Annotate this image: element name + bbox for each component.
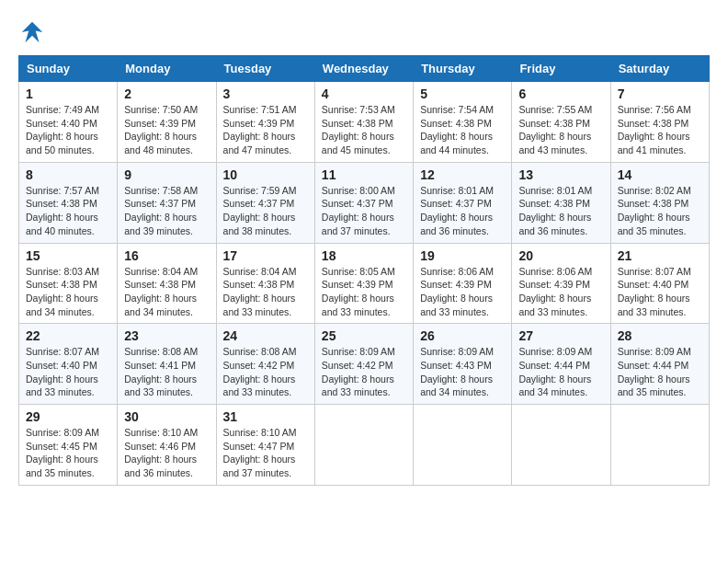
calendar-cell: 15 Sunrise: 8:03 AM Sunset: 4:38 PM Dayl… <box>19 243 118 324</box>
calendar-cell <box>512 405 610 486</box>
calendar-cell: 5 Sunrise: 7:54 AM Sunset: 4:38 PM Dayli… <box>414 82 512 163</box>
calendar-cell: 31 Sunrise: 8:10 AM Sunset: 4:47 PM Dayl… <box>216 405 314 486</box>
day-number: 15 <box>26 248 110 263</box>
day-number: 24 <box>223 328 308 343</box>
day-info: Sunrise: 8:03 AM Sunset: 4:38 PM Dayligh… <box>26 265 110 319</box>
day-info: Sunrise: 8:01 AM Sunset: 4:38 PM Dayligh… <box>518 184 603 238</box>
day-number: 27 <box>518 328 603 343</box>
day-number: 28 <box>618 328 702 343</box>
day-number: 6 <box>518 86 603 101</box>
day-number: 12 <box>420 167 505 182</box>
day-number: 18 <box>322 248 406 263</box>
day-number: 10 <box>223 167 308 182</box>
day-number: 13 <box>518 167 603 182</box>
day-info: Sunrise: 8:08 AM Sunset: 4:41 PM Dayligh… <box>124 345 209 399</box>
day-number: 23 <box>124 328 209 343</box>
calendar-cell: 13 Sunrise: 8:01 AM Sunset: 4:38 PM Dayl… <box>512 162 610 243</box>
calendar-cell <box>414 405 512 486</box>
day-info: Sunrise: 7:56 AM Sunset: 4:38 PM Dayligh… <box>618 103 702 157</box>
calendar-cell: 17 Sunrise: 8:04 AM Sunset: 4:38 PM Dayl… <box>216 243 314 324</box>
calendar-week-2: 8 Sunrise: 7:57 AM Sunset: 4:38 PM Dayli… <box>19 162 710 243</box>
calendar-cell: 27 Sunrise: 8:09 AM Sunset: 4:44 PM Dayl… <box>512 324 610 405</box>
day-info: Sunrise: 7:51 AM Sunset: 4:39 PM Dayligh… <box>223 103 308 157</box>
calendar-cell: 6 Sunrise: 7:55 AM Sunset: 4:38 PM Dayli… <box>512 82 610 163</box>
weekday-header-tuesday: Tuesday <box>216 56 314 82</box>
day-info: Sunrise: 7:54 AM Sunset: 4:38 PM Dayligh… <box>420 103 505 157</box>
calendar-cell: 14 Sunrise: 8:02 AM Sunset: 4:38 PM Dayl… <box>610 162 709 243</box>
day-info: Sunrise: 8:09 AM Sunset: 4:42 PM Dayligh… <box>322 345 406 399</box>
day-info: Sunrise: 8:09 AM Sunset: 4:43 PM Dayligh… <box>420 345 505 399</box>
calendar-cell: 3 Sunrise: 7:51 AM Sunset: 4:39 PM Dayli… <box>216 82 314 163</box>
day-number: 29 <box>26 409 110 424</box>
day-info: Sunrise: 8:04 AM Sunset: 4:38 PM Dayligh… <box>223 265 308 319</box>
day-number: 31 <box>223 409 308 424</box>
day-number: 26 <box>420 328 505 343</box>
day-number: 21 <box>618 248 702 263</box>
calendar-cell: 1 Sunrise: 7:49 AM Sunset: 4:40 PM Dayli… <box>19 82 118 163</box>
day-info: Sunrise: 8:09 AM Sunset: 4:44 PM Dayligh… <box>618 345 702 399</box>
day-info: Sunrise: 8:00 AM Sunset: 4:37 PM Dayligh… <box>322 184 406 238</box>
calendar-cell: 29 Sunrise: 8:09 AM Sunset: 4:45 PM Dayl… <box>19 405 118 486</box>
day-number: 2 <box>124 86 209 101</box>
day-number: 22 <box>26 328 110 343</box>
calendar-cell: 21 Sunrise: 8:07 AM Sunset: 4:40 PM Dayl… <box>610 243 709 324</box>
day-number: 5 <box>420 86 505 101</box>
day-number: 17 <box>223 248 308 263</box>
day-number: 7 <box>618 86 702 101</box>
day-info: Sunrise: 8:07 AM Sunset: 4:40 PM Dayligh… <box>618 265 702 319</box>
calendar-cell <box>610 405 709 486</box>
calendar-cell: 24 Sunrise: 8:08 AM Sunset: 4:42 PM Dayl… <box>216 324 314 405</box>
weekday-header-friday: Friday <box>512 56 610 82</box>
day-number: 11 <box>322 167 406 182</box>
calendar-cell: 9 Sunrise: 7:58 AM Sunset: 4:37 PM Dayli… <box>118 162 216 243</box>
day-info: Sunrise: 7:59 AM Sunset: 4:37 PM Dayligh… <box>223 184 308 238</box>
calendar-cell: 7 Sunrise: 7:56 AM Sunset: 4:38 PM Dayli… <box>610 82 709 163</box>
day-number: 3 <box>223 86 308 101</box>
day-info: Sunrise: 8:09 AM Sunset: 4:44 PM Dayligh… <box>518 345 603 399</box>
day-info: Sunrise: 8:06 AM Sunset: 4:39 PM Dayligh… <box>420 265 505 319</box>
calendar-cell: 30 Sunrise: 8:10 AM Sunset: 4:46 PM Dayl… <box>118 405 216 486</box>
day-info: Sunrise: 8:10 AM Sunset: 4:47 PM Dayligh… <box>223 426 308 480</box>
day-info: Sunrise: 8:06 AM Sunset: 4:39 PM Dayligh… <box>518 265 603 319</box>
calendar-week-1: 1 Sunrise: 7:49 AM Sunset: 4:40 PM Dayli… <box>19 82 710 163</box>
calendar-cell: 19 Sunrise: 8:06 AM Sunset: 4:39 PM Dayl… <box>414 243 512 324</box>
day-number: 4 <box>322 86 406 101</box>
weekday-header-wednesday: Wednesday <box>314 56 413 82</box>
day-info: Sunrise: 8:02 AM Sunset: 4:38 PM Dayligh… <box>618 184 702 238</box>
day-info: Sunrise: 7:50 AM Sunset: 4:39 PM Dayligh… <box>124 103 209 157</box>
day-number: 14 <box>618 167 702 182</box>
weekday-header-saturday: Saturday <box>610 56 709 82</box>
calendar-week-4: 22 Sunrise: 8:07 AM Sunset: 4:40 PM Dayl… <box>19 324 710 405</box>
day-info: Sunrise: 7:49 AM Sunset: 4:40 PM Dayligh… <box>26 103 110 157</box>
day-number: 8 <box>26 167 110 182</box>
page-header <box>18 18 710 46</box>
calendar-cell: 12 Sunrise: 8:01 AM Sunset: 4:37 PM Dayl… <box>414 162 512 243</box>
logo-icon <box>18 18 46 46</box>
day-number: 19 <box>420 248 505 263</box>
logo <box>18 18 50 46</box>
calendar-table: SundayMondayTuesdayWednesdayThursdayFrid… <box>18 55 710 486</box>
calendar-cell: 4 Sunrise: 7:53 AM Sunset: 4:38 PM Dayli… <box>314 82 413 163</box>
calendar-cell: 20 Sunrise: 8:06 AM Sunset: 4:39 PM Dayl… <box>512 243 610 324</box>
day-info: Sunrise: 7:55 AM Sunset: 4:38 PM Dayligh… <box>518 103 603 157</box>
calendar-cell: 11 Sunrise: 8:00 AM Sunset: 4:37 PM Dayl… <box>314 162 413 243</box>
calendar-cell <box>314 405 413 486</box>
day-info: Sunrise: 8:05 AM Sunset: 4:39 PM Dayligh… <box>322 265 406 319</box>
calendar-cell: 26 Sunrise: 8:09 AM Sunset: 4:43 PM Dayl… <box>414 324 512 405</box>
day-number: 25 <box>322 328 406 343</box>
day-number: 20 <box>518 248 603 263</box>
day-number: 16 <box>124 248 209 263</box>
calendar-header-row: SundayMondayTuesdayWednesdayThursdayFrid… <box>19 56 710 82</box>
calendar-cell: 28 Sunrise: 8:09 AM Sunset: 4:44 PM Dayl… <box>610 324 709 405</box>
day-number: 9 <box>124 167 209 182</box>
day-info: Sunrise: 7:53 AM Sunset: 4:38 PM Dayligh… <box>322 103 406 157</box>
weekday-header-thursday: Thursday <box>414 56 512 82</box>
day-info: Sunrise: 8:09 AM Sunset: 4:45 PM Dayligh… <box>26 426 110 480</box>
day-number: 30 <box>124 409 209 424</box>
calendar-cell: 10 Sunrise: 7:59 AM Sunset: 4:37 PM Dayl… <box>216 162 314 243</box>
day-info: Sunrise: 7:58 AM Sunset: 4:37 PM Dayligh… <box>124 184 209 238</box>
calendar-cell: 23 Sunrise: 8:08 AM Sunset: 4:41 PM Dayl… <box>118 324 216 405</box>
svg-marker-0 <box>22 22 43 43</box>
day-info: Sunrise: 8:04 AM Sunset: 4:38 PM Dayligh… <box>124 265 209 319</box>
calendar-cell: 25 Sunrise: 8:09 AM Sunset: 4:42 PM Dayl… <box>314 324 413 405</box>
